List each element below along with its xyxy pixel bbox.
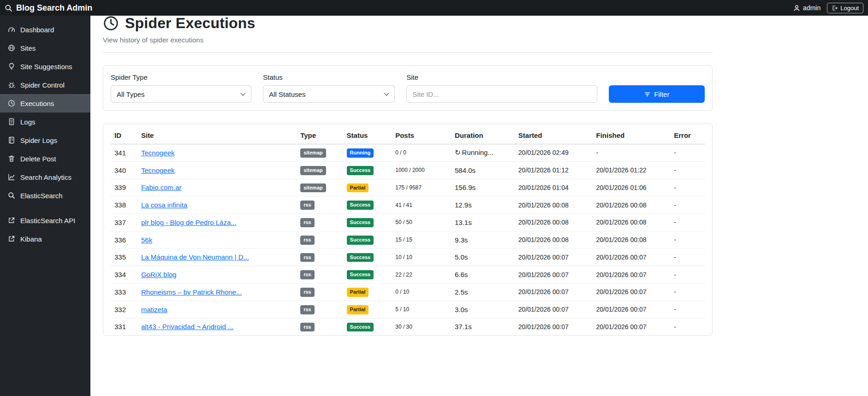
sidebar-item-sites[interactable]: Sites (0, 39, 90, 57)
site-link[interactable]: La cosa infinita (141, 201, 187, 209)
journal-icon (8, 136, 15, 144)
finished-at: - (593, 144, 671, 162)
sidebar-item-executions[interactable]: Executions (0, 94, 90, 112)
sidebar-item-elasticsearch-api[interactable]: ElasticSearch API (0, 211, 90, 230)
type-badge: rss (300, 218, 315, 227)
column-header-posts: Posts (392, 127, 451, 144)
started-at: 20/01/2026 02:49 (515, 144, 593, 162)
started-at: 20/01/2026 00:07 (515, 248, 593, 266)
status-badge: Partial (347, 305, 369, 314)
error-value: - (670, 214, 705, 231)
current-user: admin (793, 4, 820, 12)
table-row: 337plr blog - Blog de Pedro Láza...rssSu… (111, 214, 705, 231)
sidebar-item-label: Sites (20, 44, 36, 52)
page-header: Spider Executions (103, 15, 713, 32)
status-badge: Running (347, 148, 374, 158)
duration: 584.0s (451, 161, 515, 179)
sidebar-item-label: Kibana (20, 235, 42, 243)
column-header-error: Error (670, 127, 705, 144)
sidebar-item-elasticsearch[interactable]: ElasticSearch (0, 186, 90, 205)
finished-at: 20/01/2026 00:08 (593, 231, 671, 248)
table-row: 339Fabio.com.arsitemapPartial175 / 95871… (111, 179, 705, 196)
finished-at: 20/01/2026 00:07 (593, 248, 671, 266)
globe-icon (8, 44, 15, 52)
execution-id: 340 (111, 161, 137, 179)
column-header-id: ID (111, 127, 137, 144)
duration: 6.6s (451, 266, 515, 284)
sidebar-item-kibana[interactable]: Kibana (0, 230, 90, 248)
app-brand: Blog Search Admin (5, 3, 92, 13)
error-value: - (670, 248, 705, 266)
page-subtitle: View history of spider executions (103, 36, 713, 44)
sidebar: DashboardSitesSite SuggestionsSpider Con… (0, 16, 90, 396)
app-title: Blog Search Admin (16, 3, 92, 13)
duration: 5.0s (451, 248, 515, 266)
top-navbar: Blog Search Admin admin Logout (0, 0, 868, 16)
site-link[interactable]: Tecnogeek (141, 166, 175, 174)
site-link[interactable]: matizeta (141, 306, 167, 313)
spider-type-label: Spider Type (111, 73, 251, 81)
table-row: 341TecnogeeksitemapRunning0 / 0↻Running.… (111, 144, 705, 162)
spider-type-select-wrap: All Types (111, 85, 251, 103)
sidebar-item-dashboard[interactable]: Dashboard (0, 20, 90, 39)
page-title: Spider Executions (125, 15, 256, 32)
posts-count: 10 / 10 (392, 248, 451, 266)
table-row: 332matizetarssPartial5 / 103.0s20/01/202… (111, 301, 705, 318)
site-link[interactable]: Rhoneisms – by Patrick Rhone... (141, 288, 242, 296)
site-link[interactable]: alt43 - Privacidad ¬ Android ... (141, 323, 234, 331)
sidebar-item-spider-control[interactable]: Spider Control (0, 76, 90, 94)
site-link[interactable]: plr blog - Blog de Pedro Láza... (141, 219, 237, 226)
sidebar-item-delete-post[interactable]: Delete Post (0, 149, 90, 168)
search-icon (5, 4, 12, 12)
logout-label: Logout (840, 5, 859, 12)
table-header-row: IDSiteTypeStatusPostsDurationStartedFini… (111, 127, 705, 144)
table-row: 33656krssSuccess15 / 159.3s20/01/2026 00… (111, 231, 705, 248)
type-badge: rss (300, 253, 315, 262)
execution-id: 341 (111, 144, 137, 162)
status-badge: Partial (347, 288, 369, 297)
trash-icon (8, 155, 15, 162)
site-link[interactable]: 56k (141, 236, 152, 244)
status-label: Status (263, 73, 395, 81)
status-badge: Partial (347, 183, 369, 193)
posts-count: 175 / 9587 (392, 179, 451, 196)
site-id-input[interactable] (406, 85, 597, 103)
column-header-finished: Finished (593, 127, 671, 144)
duration: ↻Running... (451, 144, 515, 162)
error-value: - (670, 196, 705, 214)
type-badge: rss (300, 288, 315, 297)
execution-id: 332 (111, 301, 137, 318)
site-link[interactable]: Fabio.com.ar (141, 183, 182, 191)
posts-count: 41 / 41 (392, 196, 451, 214)
status-select[interactable]: All Statuses (263, 85, 395, 103)
started-at: 20/01/2026 00:08 (515, 214, 593, 231)
type-badge: rss (300, 323, 315, 332)
posts-count: 5 / 10 (392, 301, 451, 318)
column-header-site: Site (137, 127, 297, 144)
finished-at: 20/01/2026 00:07 (593, 284, 671, 301)
duration: 3.0s (451, 301, 515, 318)
executions-table-card: IDSiteTypeStatusPostsDurationStartedFini… (103, 124, 713, 336)
sidebar-item-search-analytics[interactable]: Search Analytics (0, 168, 90, 186)
clock-icon (103, 15, 119, 31)
sidebar-item-site-suggestions[interactable]: Site Suggestions (0, 57, 90, 76)
site-link[interactable]: GoRiX blog (141, 271, 177, 278)
table-row: 338La cosa infinitarssSuccess41 / 4112.9… (111, 196, 705, 214)
started-at: 20/01/2026 00:08 (515, 231, 593, 248)
finished-at: 20/01/2026 01:22 (593, 161, 671, 179)
sidebar-item-label: Executions (20, 100, 54, 107)
site-link[interactable]: La Máquina de Von Neumann | D... (141, 253, 249, 261)
posts-count: 0 / 0 (392, 144, 451, 162)
logout-icon (832, 5, 838, 11)
filter-button[interactable]: Filter (609, 85, 705, 103)
sidebar-item-logs[interactable]: Logs (0, 112, 90, 131)
error-value: - (670, 284, 705, 301)
column-header-started: Started (515, 127, 593, 144)
execution-id: 331 (111, 318, 137, 335)
site-link[interactable]: Tecnogeek (141, 149, 175, 157)
sidebar-item-spider-logs[interactable]: Spider Logs (0, 131, 90, 149)
spider-type-select[interactable]: All Types (111, 85, 251, 103)
speedometer-icon (8, 26, 15, 33)
logout-button[interactable]: Logout (827, 3, 863, 13)
external-icon (8, 217, 15, 224)
